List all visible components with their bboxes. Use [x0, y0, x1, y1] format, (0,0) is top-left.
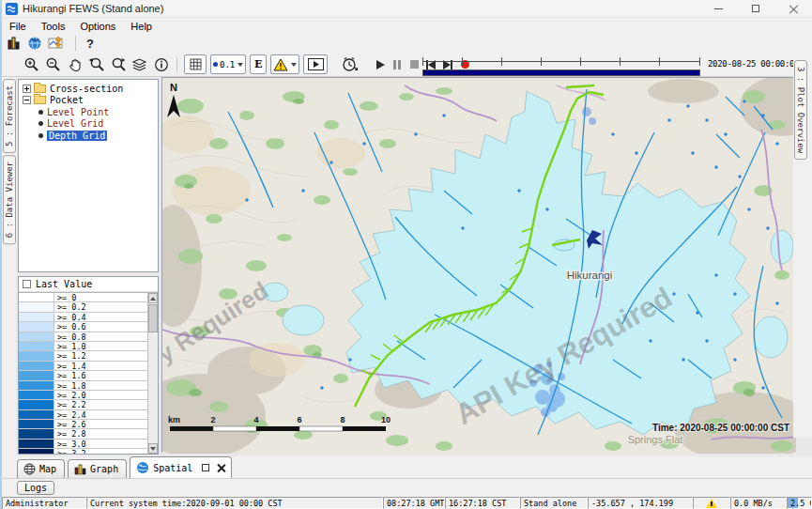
legend-row[interactable]: >= 1.4 — [19, 362, 147, 371]
menu-file[interactable]: File — [2, 20, 34, 33]
tab-graph[interactable]: Graph — [68, 459, 127, 478]
menu-help[interactable]: Help — [123, 20, 160, 33]
locality-label: Springs Flat — [628, 434, 683, 445]
legend-row[interactable]: >= 3.0 — [19, 440, 147, 449]
tree-leaf-depth-grid[interactable]: Depth Grid — [19, 130, 158, 142]
database-icon[interactable] — [7, 34, 22, 53]
legend-row[interactable]: >= 3.2 — [19, 449, 147, 454]
legend-row[interactable]: >= 2.0 — [19, 391, 147, 400]
map-viewport[interactable]: API Key Required API Key Required Hikura… — [161, 77, 795, 453]
main-toolbar: ? — [2, 34, 812, 53]
close-button[interactable] — [774, 0, 812, 17]
last-value-label: Last Value — [36, 279, 92, 289]
last-value-checkbox[interactable] — [23, 280, 31, 288]
legend-row[interactable]: >= 0.2 — [19, 302, 147, 312]
legend-swatch — [19, 351, 54, 360]
legend-row[interactable]: >= 1.8 — [19, 381, 147, 391]
tree-leaf-label-selected: Depth Grid — [47, 131, 107, 141]
legend-swatch — [19, 302, 54, 311]
svg-text:4: 4 — [253, 415, 258, 424]
stop-button[interactable] — [406, 55, 422, 74]
label-toggle-button[interactable]: E — [250, 54, 267, 74]
timeseries-edit-icon[interactable] — [48, 34, 65, 53]
maximize-panel-icon[interactable] — [202, 464, 209, 471]
legend-row[interactable]: >= 2.8 — [19, 429, 147, 439]
minimize-button[interactable] — [699, 0, 737, 17]
scroll-thumb[interactable] — [148, 304, 158, 332]
tree-node-cross-section[interactable]: Cross-section — [19, 83, 158, 95]
maximize-button[interactable] — [737, 0, 774, 17]
tree-leaf-level-grid[interactable]: Level Grid — [19, 118, 158, 131]
legend-row[interactable]: >= 0.4 — [19, 313, 147, 322]
close-panel-icon[interactable] — [217, 464, 225, 472]
warning-icon — [706, 499, 717, 508]
info-button[interactable] — [150, 55, 172, 74]
svg-text:2: 2 — [210, 415, 215, 424]
legend-row[interactable]: >= 2.2 — [19, 400, 147, 409]
layers-button[interactable] — [129, 55, 150, 74]
zoom-next-button[interactable] — [107, 55, 129, 74]
animation-clock-button[interactable] — [339, 55, 360, 74]
pause-button[interactable] — [389, 55, 406, 74]
toolbar-separator — [176, 57, 177, 72]
bottom-tab-bar: Map Graph Spatial — [2, 456, 812, 479]
menu-tools[interactable]: Tools — [34, 20, 73, 33]
chevron-down-icon — [237, 63, 243, 67]
status-system-time: Current system time:2020-09-01 00:00 CST — [86, 497, 383, 509]
legend-swatch — [19, 293, 54, 301]
legend-row[interactable]: >= 2.6 — [19, 420, 147, 429]
legend-row[interactable]: >= 0.6 — [19, 322, 147, 332]
zoom-previous-button[interactable] — [85, 55, 107, 74]
data-viewer-panel: Cross-section Pocket Level Point Level G… — [16, 77, 161, 456]
legend-row[interactable]: >= 1.6 — [19, 371, 147, 380]
help-button[interactable]: ? — [86, 34, 94, 53]
contour-threshold-dropdown[interactable]: 0.1 — [210, 54, 246, 74]
play-button[interactable] — [372, 55, 389, 74]
legend-row[interactable]: >= 2.4 — [19, 410, 147, 420]
collapse-icon[interactable] — [23, 96, 31, 104]
grid-toggle-button[interactable] — [184, 54, 207, 74]
tab-map[interactable]: Map — [17, 459, 65, 478]
zoom-out-button[interactable] — [42, 55, 64, 74]
legend-swatch — [19, 400, 54, 409]
timeline-range-bar[interactable] — [422, 69, 700, 76]
status-network-speed: 0.0 MB/s — [730, 497, 787, 509]
tab-forecast[interactable]: 5 : Forecast — [3, 79, 16, 153]
app-logo-icon — [6, 3, 18, 15]
expand-icon[interactable] — [23, 85, 31, 93]
legend-scrollbar[interactable] — [147, 293, 158, 454]
map-globe-icon[interactable] — [27, 34, 42, 53]
map-toolbar: 0.1 E 2020-08-25 00:00:00 CST — [2, 53, 812, 77]
logs-button[interactable]: Logs — [17, 481, 54, 495]
zoom-in-button[interactable] — [21, 55, 42, 74]
warning-dropdown[interactable] — [270, 54, 299, 74]
legend-row[interactable]: >= 1.0 — [19, 342, 147, 351]
tree-node-label: Cross-section — [50, 84, 123, 94]
tree-leaf-level-point[interactable]: Level Point — [19, 106, 158, 118]
legend-panel: Last Value >= 0 >= 0.2 >= 0.4 >= 0.6 >= … — [18, 276, 159, 455]
app-window: { "window": { "title": "Hikurangi FEWS (… — [0, 0, 812, 509]
legend-row[interactable]: >= 0.8 — [19, 332, 147, 342]
status-warning-cell[interactable] — [693, 497, 730, 509]
legend-swatch — [19, 362, 54, 370]
scroll-down-icon[interactable] — [148, 443, 158, 454]
node-bullet-icon — [38, 133, 43, 138]
tab-plot-overview[interactable]: 3 : Plot Overview — [794, 60, 807, 160]
timeline-slider[interactable] — [422, 55, 700, 76]
legend-swatch — [19, 391, 54, 399]
tab-spatial[interactable]: Spatial — [130, 456, 232, 478]
main-area: 5 : Forecast 6 : Data Viewer Cross-secti… — [2, 77, 812, 456]
folder-icon — [34, 96, 46, 104]
legend-row[interactable]: >= 1.2 — [19, 351, 147, 361]
legend-row[interactable]: >= 0 — [19, 293, 147, 302]
scroll-up-icon[interactable] — [148, 293, 158, 303]
close-icon — [789, 5, 798, 13]
legend-swatch — [19, 429, 54, 438]
legend-swatch — [19, 332, 54, 341]
pan-hand-button[interactable] — [64, 55, 85, 74]
menu-options[interactable]: Options — [72, 20, 123, 33]
tab-data-viewer[interactable]: 6 : Data Viewer — [3, 155, 16, 244]
movie-player-button[interactable] — [303, 54, 328, 74]
window-title: Hikurangi FEWS (Stand alone) — [23, 3, 163, 14]
tree-node-pocket[interactable]: Pocket — [19, 95, 158, 107]
